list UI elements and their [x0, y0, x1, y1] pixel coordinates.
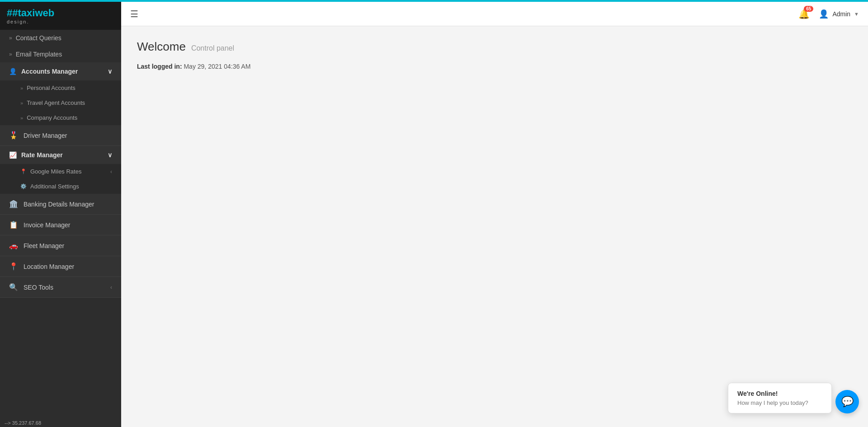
sidebar-item-label: Additional Settings: [30, 183, 79, 190]
driver-manager-icon: 🎖️: [9, 131, 18, 140]
app-container: ##taxiweb design. » Contact Queries » Em…: [0, 2, 868, 427]
chevron-down-icon: ∨: [108, 151, 112, 159]
sidebar-section-accounts-manager[interactable]: 👤 Accounts Manager ∨: [0, 62, 121, 80]
sidebar-item-additional-settings[interactable]: ⚙️ Additional Settings: [0, 179, 121, 194]
seo-icon: 🔍: [9, 283, 18, 291]
sidebar-item-company-accounts[interactable]: » Company Accounts: [0, 110, 121, 125]
sidebar-item-contact-queries[interactable]: » Contact Queries: [0, 30, 121, 46]
notification-badge: 65: [804, 6, 813, 12]
sidebar-item-travel-agent-accounts[interactable]: » Travel Agent Accounts: [0, 95, 121, 110]
main-content: Welcome Control panel Last logged in: Ma…: [121, 26, 868, 427]
header-left: ☰: [130, 9, 138, 19]
header: ☰ 🔔 65 👤 Admin ▼: [121, 2, 868, 26]
sidebar-item-label: Contact Queries: [16, 34, 61, 42]
accounts-manager-icon: 👤: [9, 68, 17, 75]
sidebar-item-banking-details-manager[interactable]: 🏛️ Banking Details Manager: [0, 194, 121, 215]
chat-bubble-button[interactable]: 💬: [835, 390, 859, 413]
chevron-icon: »: [9, 35, 12, 41]
sidebar-item-label: Location Manager: [24, 263, 74, 270]
chevron-icon: »: [9, 51, 12, 57]
sidebar-item-seo-tools[interactable]: 🔍 SEO Tools ‹: [0, 277, 121, 298]
ip-text: --> 35.237.67.68: [5, 420, 41, 426]
location-manager-icon: 📍: [9, 262, 18, 271]
collapse-arrow-icon: ‹: [110, 284, 112, 291]
sidebar-item-label: Personal Accounts: [27, 84, 75, 91]
banking-icon: 🏛️: [9, 200, 18, 208]
invoice-icon: 📋: [9, 221, 18, 229]
last-logged-info: Last logged in: May 29, 2021 04:36 AM: [137, 63, 852, 70]
collapse-arrow-icon: ‹: [110, 169, 112, 175]
user-menu[interactable]: 👤 Admin ▼: [819, 9, 859, 19]
logo-text: #taxiweb: [12, 7, 54, 19]
chat-online-text: We're Online!: [737, 390, 822, 397]
sidebar-item-fleet-manager[interactable]: 🚗 Fleet Manager: [0, 235, 121, 256]
sidebar: ##taxiweb design. » Contact Queries » Em…: [0, 2, 121, 427]
last-logged-label: Last logged in:: [137, 63, 182, 70]
last-logged-date: May 29, 2021 04:36 AM: [184, 63, 250, 70]
user-avatar-icon: 👤: [819, 9, 829, 19]
page-title: Welcome: [137, 40, 186, 54]
rate-manager-icon: 📈: [9, 151, 17, 159]
settings-icon: ⚙️: [20, 183, 27, 189]
sidebar-item-label: Google Miles Rates: [30, 168, 81, 175]
sidebar-header: ##taxiweb design.: [0, 2, 121, 30]
chat-icon: 💬: [841, 396, 854, 408]
sidebar-item-label: Invoice Manager: [24, 221, 71, 229]
sidebar-item-invoice-manager[interactable]: 📋 Invoice Manager: [0, 215, 121, 235]
logo-hash: #: [7, 7, 12, 19]
sidebar-item-label: Banking Details Manager: [24, 201, 94, 208]
user-name: Admin: [832, 10, 850, 18]
fleet-icon: 🚗: [9, 241, 18, 250]
logo-sub: design.: [7, 19, 54, 24]
chevron-icon: »: [20, 85, 23, 91]
sidebar-item-location-manager[interactable]: 📍 Location Manager: [0, 256, 121, 277]
sidebar-item-label: Travel Agent Accounts: [27, 99, 85, 106]
sidebar-item-personal-accounts[interactable]: » Personal Accounts: [0, 80, 121, 95]
notification-button[interactable]: 🔔 65: [798, 9, 810, 19]
sidebar-item-email-templates[interactable]: » Email Templates: [0, 46, 121, 62]
chevron-icon: »: [20, 115, 23, 121]
sidebar-item-label: Driver Manager: [24, 132, 67, 139]
section-header-left: 📈 Rate Manager: [9, 151, 63, 159]
chat-widget: We're Online! How may I help you today?: [728, 383, 832, 413]
location-icon: 📍: [20, 169, 27, 174]
section-header-left: 👤 Accounts Manager: [9, 68, 78, 75]
sidebar-item-label: Company Accounts: [27, 114, 77, 121]
chevron-down-icon: ∨: [108, 68, 112, 75]
hamburger-menu-button[interactable]: ☰: [130, 9, 138, 19]
sidebar-item-label: Email Templates: [16, 51, 62, 58]
sidebar-item-google-miles-rates[interactable]: 📍 Google Miles Rates ‹: [0, 164, 121, 179]
sidebar-section-rate-manager[interactable]: 📈 Rate Manager ∨: [0, 146, 121, 164]
user-dropdown-arrow-icon: ▼: [854, 11, 859, 17]
sidebar-item-driver-manager[interactable]: 🎖️ Driver Manager: [0, 125, 121, 146]
sidebar-item-label: SEO Tools: [24, 284, 53, 291]
sidebar-item-label: Fleet Manager: [24, 242, 64, 249]
page-title-area: Welcome Control panel: [137, 40, 852, 54]
page-subtitle: Control panel: [191, 44, 234, 52]
chevron-icon: »: [20, 100, 23, 106]
sidebar-item-label: Accounts Manager: [21, 68, 78, 75]
chat-help-text: How may I help you today?: [737, 399, 822, 406]
header-right: 🔔 65 👤 Admin ▼: [798, 9, 859, 19]
logo: ##taxiweb: [7, 7, 54, 19]
sidebar-item-label: Rate Manager: [21, 151, 63, 159]
main-wrapper: ☰ 🔔 65 👤 Admin ▼ Welcome Control panel: [121, 2, 868, 427]
ip-bar: --> 35.237.67.68: [0, 419, 46, 427]
